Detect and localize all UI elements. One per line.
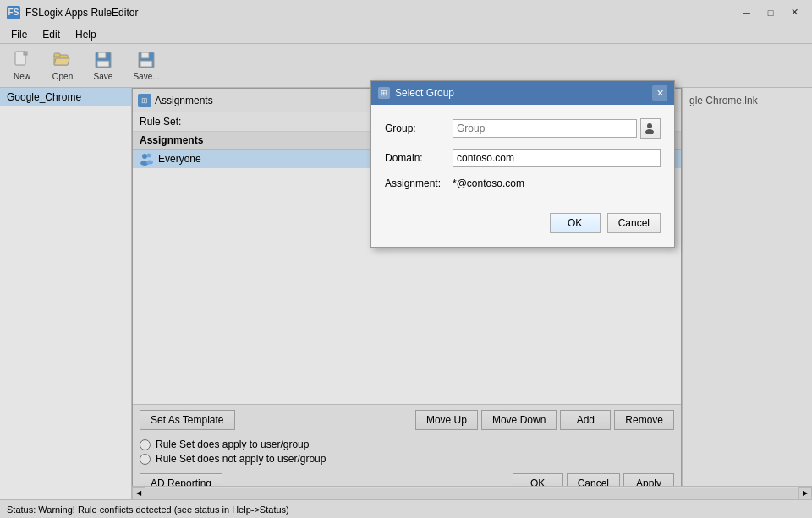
svg-point-16 [645,129,654,134]
group-label: Group: [385,123,453,134]
select-group-dialog-footer: OK Cancel [371,213,674,247]
select-group-close-button[interactable]: ✕ [652,85,667,101]
select-group-dialog-icon: ⊞ [378,87,390,99]
domain-input-wrapper [453,149,661,167]
select-group-dialog-title: Select Group [395,87,652,99]
select-group-dialog-titlebar: ⊞ Select Group ✕ [371,81,674,105]
person-search-icon [645,123,656,134]
assignment-field-row: Assignment: *@contoso.com [385,177,661,189]
group-field-row: Group: [385,118,661,139]
group-browse-button[interactable] [640,118,661,139]
select-group-dialog: ⊞ Select Group ✕ Group: Domain: [370,80,675,248]
group-input[interactable] [453,119,637,138]
domain-field-row: Domain: [385,149,661,167]
dialog-overlay [0,0,812,518]
select-group-dialog-body: Group: Domain: Assignment: *@contoso.com [371,105,674,213]
select-group-cancel-button[interactable]: Cancel [607,213,661,233]
assignment-value: *@contoso.com [453,177,524,189]
domain-input[interactable] [453,149,661,167]
svg-point-15 [647,123,652,128]
assignment-label: Assignment: [385,177,453,189]
domain-label: Domain: [385,152,453,164]
select-group-ok-button[interactable]: OK [550,213,601,233]
group-input-wrapper [453,118,661,139]
